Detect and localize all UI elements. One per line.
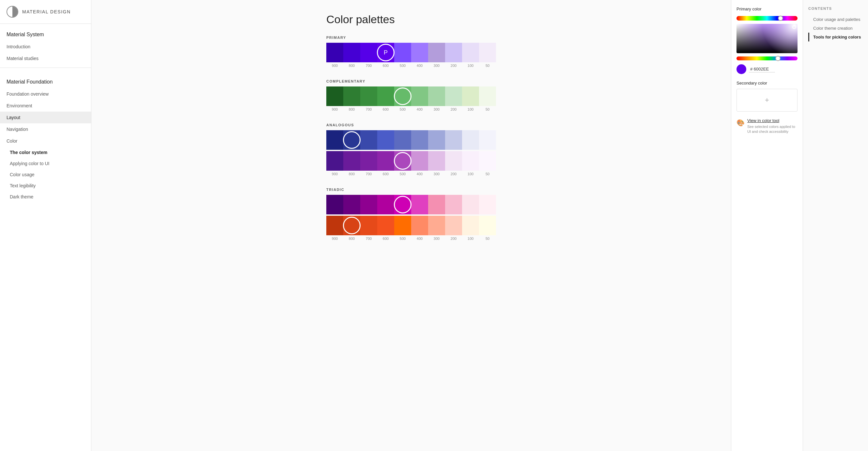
color-swatch-700[interactable]: [360, 43, 377, 62]
sidebar-sub-item-text-legibility[interactable]: Text legibility: [0, 180, 91, 191]
color-swatch-400[interactable]: [411, 216, 428, 235]
color-swatch-500[interactable]: [394, 195, 411, 214]
color-swatch-300[interactable]: [428, 130, 445, 150]
color-swatch-300[interactable]: [428, 43, 445, 62]
color-swatch-800[interactable]: [343, 195, 360, 214]
sidebar-item-material-studies[interactable]: Material studies: [0, 53, 91, 64]
color-swatch-600[interactable]: P: [377, 43, 394, 62]
hue-bar[interactable]: [737, 16, 798, 21]
color-swatch-200[interactable]: [445, 216, 462, 235]
color-swatch-400[interactable]: [411, 195, 428, 214]
contents-item-color-theme[interactable]: Color theme creation: [808, 24, 863, 33]
color-swatch-600[interactable]: [377, 216, 394, 235]
color-swatch-800[interactable]: [343, 87, 360, 106]
color-swatch-50[interactable]: [479, 87, 496, 106]
color-swatch-50[interactable]: [479, 43, 496, 62]
color-swatch-800[interactable]: [343, 130, 360, 150]
shade-label-600: 600: [377, 64, 394, 67]
color-swatch-400[interactable]: [411, 43, 428, 62]
sidebar-item-environment[interactable]: Environment: [0, 100, 91, 112]
view-color-tool-text: View in color tool See selected colors a…: [747, 118, 798, 134]
color-swatch-700[interactable]: [360, 87, 377, 106]
color-swatch-100[interactable]: [462, 195, 479, 214]
color-swatch-900[interactable]: [326, 216, 343, 235]
color-swatch-400[interactable]: [411, 87, 428, 106]
color-swatch-600[interactable]: [377, 151, 394, 171]
contents-title: CONTENTS: [808, 6, 863, 10]
color-swatch-700[interactable]: [360, 130, 377, 150]
color-swatch-500[interactable]: [394, 43, 411, 62]
color-swatch-200[interactable]: [445, 87, 462, 106]
color-swatch-300[interactable]: [428, 216, 445, 235]
color-picker-gradient[interactable]: [737, 24, 798, 53]
color-swatch-200[interactable]: [445, 195, 462, 214]
sidebar-sub-item-dark-theme[interactable]: Dark theme: [0, 191, 91, 202]
color-swatch-100[interactable]: [462, 216, 479, 235]
shade-label-900: 900: [326, 108, 343, 111]
hue-thumb[interactable]: [778, 16, 783, 21]
color-swatch-50[interactable]: [479, 216, 496, 235]
shade-label-400: 400: [411, 108, 428, 111]
shade-label-300: 300: [428, 64, 445, 67]
color-swatch-500[interactable]: [394, 87, 411, 106]
color-swatch-800[interactable]: [343, 216, 360, 235]
color-swatch-600[interactable]: [377, 87, 394, 106]
palette-complementary-numbers: 90080070060050040030020010050: [326, 108, 496, 111]
color-swatch-800[interactable]: [343, 43, 360, 62]
rainbow-thumb[interactable]: [775, 56, 780, 61]
sidebar-sub-item-color-system[interactable]: The color system: [0, 147, 91, 158]
palette-primary: PRIMARY P 90080070060050040030020010050: [326, 36, 496, 67]
color-swatch-300[interactable]: [428, 195, 445, 214]
color-swatch-100[interactable]: [462, 87, 479, 106]
color-swatch-50[interactable]: [479, 130, 496, 150]
palette-complementary-label: COMPLEMENTARY: [326, 79, 496, 83]
color-swatch-200[interactable]: [445, 43, 462, 62]
color-swatch-50[interactable]: [479, 151, 496, 171]
sidebar-item-navigation[interactable]: Navigation: [0, 123, 91, 135]
color-swatch-100[interactable]: [462, 43, 479, 62]
color-swatch-200[interactable]: [445, 130, 462, 150]
color-swatch-500[interactable]: [394, 151, 411, 171]
color-swatch-900[interactable]: [326, 130, 343, 150]
picker-thumb[interactable]: [792, 25, 796, 29]
sidebar-item-introduction[interactable]: Introduction: [0, 41, 91, 53]
color-swatch-500[interactable]: [394, 130, 411, 150]
color-hex-input[interactable]: [749, 66, 775, 72]
contents-item-color-usage[interactable]: Color usage and palettes: [808, 15, 863, 24]
color-swatch-300[interactable]: [428, 87, 445, 106]
color-swatch-100[interactable]: [462, 130, 479, 150]
palette-primary-numbers: 90080070060050040030020010050: [326, 64, 496, 67]
logo-area: MATERIAL DESIGN: [0, 0, 91, 24]
color-swatch-600[interactable]: [377, 130, 394, 150]
color-swatch-900[interactable]: [326, 87, 343, 106]
color-swatch-100[interactable]: [462, 151, 479, 171]
color-swatch-600[interactable]: [377, 195, 394, 214]
color-swatch-700[interactable]: [360, 195, 377, 214]
palette-triadic-row2: [326, 216, 496, 235]
palette-triadic: TRIADIC 90080070060050040030020010050: [326, 188, 496, 241]
color-swatch-200[interactable]: [445, 151, 462, 171]
color-swatch-400[interactable]: [411, 130, 428, 150]
shade-label-600: 600: [377, 237, 394, 241]
color-swatch-900[interactable]: [326, 43, 343, 62]
sidebar-sub-item-color-usage[interactable]: Color usage: [0, 169, 91, 180]
view-color-tool-link[interactable]: View in color tool: [747, 118, 798, 123]
rainbow-bar[interactable]: [737, 56, 798, 60]
color-swatch-900[interactable]: [326, 151, 343, 171]
sidebar-item-foundation-overview[interactable]: Foundation overview: [0, 88, 91, 100]
contents-item-tools-picking[interactable]: Tools for picking colors: [808, 33, 863, 41]
color-swatch-900[interactable]: [326, 195, 343, 214]
sidebar-sub-item-applying-color[interactable]: Applying color to UI: [0, 158, 91, 169]
sidebar-item-color[interactable]: Color: [0, 135, 91, 147]
color-swatch-700[interactable]: [360, 151, 377, 171]
shade-label-700: 700: [360, 64, 377, 67]
color-swatch-700[interactable]: [360, 216, 377, 235]
color-swatch-400[interactable]: [411, 151, 428, 171]
sidebar-item-layout[interactable]: Layout: [0, 112, 91, 123]
shade-label-50: 50: [479, 237, 496, 241]
color-swatch-300[interactable]: [428, 151, 445, 171]
secondary-color-box[interactable]: +: [737, 89, 798, 112]
color-swatch-800[interactable]: [343, 151, 360, 171]
color-swatch-500[interactable]: [394, 216, 411, 235]
color-swatch-50[interactable]: [479, 195, 496, 214]
